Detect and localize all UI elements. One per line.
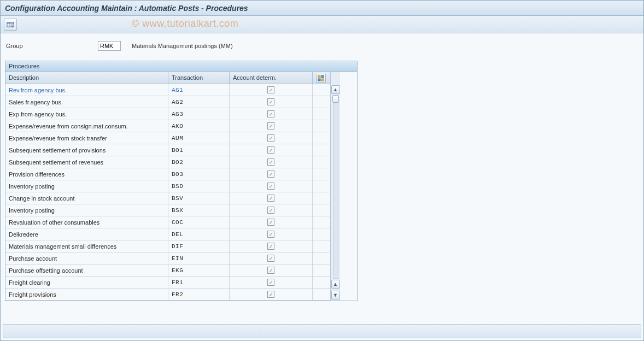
cell-account-determ[interactable] xyxy=(230,144,313,156)
cell-account-determ[interactable] xyxy=(230,180,313,192)
scroll-down-button[interactable]: ▼ xyxy=(331,291,340,299)
checkbox-checked-icon xyxy=(267,158,274,166)
cell-transaction[interactable]: AKO xyxy=(168,120,230,132)
table-row[interactable]: Sales fr.agency bus.AG2 xyxy=(5,96,330,108)
col-header-description[interactable]: Description xyxy=(5,72,168,84)
cell-transaction[interactable]: AG3 xyxy=(168,108,230,120)
group-label: Group xyxy=(6,43,93,49)
cell-description[interactable]: Freight clearing xyxy=(5,277,168,288)
procedures-grid: Description Transaction Account determ. xyxy=(5,72,330,301)
overview-button[interactable] xyxy=(4,19,17,31)
table-settings-icon xyxy=(318,75,324,81)
table-row[interactable]: Purchase accountEIN xyxy=(5,252,330,264)
table-row[interactable]: Provision differencesBO3 xyxy=(5,168,330,180)
cell-description[interactable]: Purchase offsetting account xyxy=(5,264,168,276)
cell-description[interactable]: Delkredere xyxy=(5,228,168,240)
cell-account-determ[interactable] xyxy=(230,156,313,168)
cell-description[interactable]: Inventory posting xyxy=(5,204,168,216)
table-row[interactable]: Freight provisionsFR2 xyxy=(5,289,330,301)
cell-description[interactable]: Subsequent settlement of provisions xyxy=(5,144,168,156)
cell-account-determ[interactable] xyxy=(230,192,313,204)
cell-description[interactable]: Freight provisions xyxy=(5,289,168,300)
cell-transaction[interactable]: AG2 xyxy=(168,96,230,108)
cell-description[interactable]: Inventory posting xyxy=(5,180,168,192)
cell-transaction[interactable]: FR1 xyxy=(168,277,230,288)
checkbox-checked-icon xyxy=(267,170,274,178)
table-row[interactable]: Inventory postingBSX xyxy=(5,204,330,216)
cell-account-determ[interactable] xyxy=(230,120,313,132)
table-row[interactable]: Expense/revenue from stock transferAUM xyxy=(5,132,330,144)
cell-description[interactable]: Expense/revenue from consign.mat.consum. xyxy=(5,120,168,132)
cell-transaction[interactable]: DEL xyxy=(168,228,230,240)
cell-account-determ[interactable] xyxy=(230,240,313,252)
sap-window: Configuration Accounting Maintain : Auto… xyxy=(0,0,644,341)
table-row[interactable]: Freight clearingFR1 xyxy=(5,277,330,289)
cell-description[interactable]: Purchase account xyxy=(5,252,168,264)
checkbox-checked-icon xyxy=(267,98,274,105)
table-row[interactable]: Purchase offsetting accountEKG xyxy=(5,264,330,277)
table-row[interactable]: DelkredereDEL xyxy=(5,228,330,240)
cell-transaction[interactable]: EKG xyxy=(168,264,230,276)
cell-transaction[interactable]: BO3 xyxy=(168,168,230,180)
table-settings-button[interactable] xyxy=(316,74,326,83)
col-header-transaction[interactable]: Transaction xyxy=(168,72,230,84)
cell-description[interactable]: Change in stock account xyxy=(5,192,168,204)
checkbox-checked-icon xyxy=(267,195,274,202)
table-row[interactable]: Rev.from agency bus.AG1 xyxy=(5,84,330,96)
cell-transaction[interactable]: BO1 xyxy=(168,144,230,156)
cell-transaction[interactable]: FR2 xyxy=(168,289,230,300)
cell-description[interactable]: Provision differences xyxy=(5,168,168,180)
cell-transaction[interactable]: BSV xyxy=(168,192,230,204)
scroll-step-up-button[interactable]: ▲ xyxy=(331,280,340,289)
cell-description[interactable]: Sales fr.agency bus. xyxy=(5,96,168,108)
table-row[interactable]: Revaluation of other consumablesCOC xyxy=(5,216,330,228)
cell-transaction[interactable]: AUM xyxy=(168,132,230,144)
col-header-account-determ[interactable]: Account determ. xyxy=(230,72,313,84)
cell-account-determ[interactable] xyxy=(230,277,313,288)
watermark-text: © www.tutorialkart.com xyxy=(132,18,238,30)
cell-transaction[interactable]: DIF xyxy=(168,240,230,252)
cell-description[interactable]: Rev.from agency bus. xyxy=(5,84,168,96)
vertical-scrollbar[interactable]: ▲ ▲ ▼ xyxy=(330,72,340,301)
svg-rect-7 xyxy=(318,79,320,81)
cell-account-determ[interactable] xyxy=(230,289,313,300)
group-input[interactable] xyxy=(98,41,121,51)
cell-transaction[interactable]: EIN xyxy=(168,252,230,264)
svg-rect-6 xyxy=(321,75,324,78)
cell-transaction[interactable]: BO2 xyxy=(168,156,230,168)
cell-transaction[interactable]: BSX xyxy=(168,204,230,216)
procedures-panel: Procedures Description Transaction Accou… xyxy=(5,61,358,301)
table-overview-icon xyxy=(7,21,14,28)
cell-account-determ[interactable] xyxy=(230,84,313,96)
scroll-thumb[interactable] xyxy=(332,95,339,103)
cell-account-determ[interactable] xyxy=(230,96,313,108)
cell-account-determ[interactable] xyxy=(230,264,313,276)
table-row[interactable]: Inventory postingBSD xyxy=(5,180,330,192)
cell-account-determ[interactable] xyxy=(230,108,313,120)
cell-transaction[interactable]: AG1 xyxy=(168,84,230,96)
table-row[interactable]: Subsequent settlement of provisionsBO1 xyxy=(5,144,330,156)
cell-account-determ[interactable] xyxy=(230,132,313,144)
table-row[interactable]: Subsequent settlement of revenuesBO2 xyxy=(5,156,330,168)
checkbox-checked-icon xyxy=(267,243,274,250)
cell-account-determ[interactable] xyxy=(230,252,313,264)
group-description: Materials Management postings (MM) xyxy=(132,43,233,49)
scroll-track[interactable] xyxy=(333,103,338,279)
cell-account-determ[interactable] xyxy=(230,228,313,240)
scroll-up-button[interactable]: ▲ xyxy=(331,85,340,94)
cell-description[interactable]: Revaluation of other consumables xyxy=(5,216,168,228)
cell-account-determ[interactable] xyxy=(230,204,313,216)
cell-description[interactable]: Expense/revenue from stock transfer xyxy=(5,132,168,144)
cell-description[interactable]: Subsequent settlement of revenues xyxy=(5,156,168,168)
cell-transaction[interactable]: COC xyxy=(168,216,230,228)
cell-description[interactable]: Materials management small differences xyxy=(5,240,168,252)
cell-account-determ[interactable] xyxy=(230,168,313,180)
table-row[interactable]: Materials management small differencesDI… xyxy=(5,240,330,252)
table-row[interactable]: Change in stock accountBSV xyxy=(5,192,330,204)
cell-transaction[interactable]: BSD xyxy=(168,180,230,192)
cell-account-determ[interactable] xyxy=(230,216,313,228)
table-row[interactable]: Expense/revenue from consign.mat.consum.… xyxy=(5,120,330,132)
table-row[interactable]: Exp.from agency bus.AG3 xyxy=(5,108,330,120)
title-bar: Configuration Accounting Maintain : Auto… xyxy=(1,1,643,16)
cell-description[interactable]: Exp.from agency bus. xyxy=(5,108,168,120)
